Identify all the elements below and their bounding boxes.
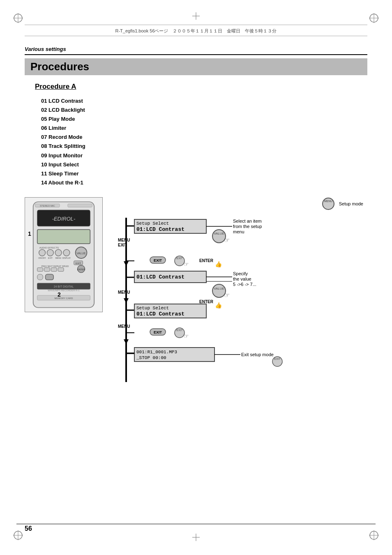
svg-text:VALUE: VALUE — [76, 252, 86, 255]
svg-rect-19 — [68, 204, 92, 207]
list-item: 05 Play Mode — [41, 115, 367, 124]
svg-text:Specify: Specify — [233, 271, 248, 276]
svg-text:👍: 👍 — [215, 261, 222, 268]
svg-marker-109 — [124, 298, 129, 303]
svg-text:24 BIT DIGITAL: 24 BIT DIGITAL — [54, 285, 74, 288]
svg-rect-38 — [44, 268, 50, 272]
svg-text:Exit setup mode: Exit setup mode — [241, 352, 274, 357]
svg-text:EXIT: EXIT — [48, 257, 53, 259]
svg-text:VALUE: VALUE — [214, 287, 224, 290]
svg-text:AUDIO EFFECTS: AUDIO EFFECTS — [39, 246, 59, 249]
main-title-container: Procedures — [25, 58, 367, 75]
header-text: R-T_egfis1.book 56ページ ２００５年１１月１１日 金曜日 午後… — [115, 28, 277, 33]
svg-text:ENTER: ENTER — [199, 299, 214, 304]
svg-text:5 ->6 -> 7...: 5 ->6 -> 7... — [233, 282, 256, 287]
subtitle: Procedure A — [35, 83, 76, 90]
step-number-2: 2 — [58, 291, 105, 298]
svg-text:VALUE: VALUE — [214, 232, 224, 235]
svg-point-24 — [39, 249, 46, 256]
svg-text:ON/OFF: ON/OFF — [38, 257, 46, 259]
corner-mark-tr — [368, 12, 380, 25]
svg-text:MENU: MENU — [118, 324, 130, 329]
corner-mark-br — [368, 530, 380, 543]
section-label: Various settings — [25, 46, 66, 52]
svg-rect-37 — [37, 268, 43, 272]
svg-text:01:LCD Contrast: 01:LCD Contrast — [136, 274, 184, 280]
svg-text:DISPLAY: DISPLAY — [62, 257, 71, 259]
svg-text:👍: 👍 — [215, 302, 222, 309]
svg-text:EXIT: EXIT — [176, 329, 183, 332]
page-container: R-T_egfis1.book 56ページ ２００５年１１月１１日 金曜日 午後… — [0, 0, 392, 555]
device-illustration: STEREO MIC -EDIROL- AUDIO EFFECTS VALUE … — [25, 197, 105, 298]
svg-text:☞: ☞ — [184, 333, 189, 339]
menu-list: 01 LCD Contrast 02 LCD Backlight 05 Play… — [41, 97, 367, 187]
flow-svg: Setup Select 01:LCD Contrast MENU EXIT S… — [117, 214, 306, 407]
flow-diagram: MENU Setup mode Setup Select 01:LCD Cont… — [117, 197, 367, 408]
svg-text:STEREO MIC: STEREO MIC — [40, 205, 55, 207]
list-item: 09 Input Monitor — [41, 151, 367, 160]
svg-point-26 — [55, 249, 62, 256]
svg-text:MENU: MENU — [118, 238, 130, 242]
list-item: 06 Limiter — [41, 124, 367, 133]
corner-mark-tl — [12, 12, 24, 25]
list-item: 07 Record Mode — [41, 133, 367, 142]
corner-mark-bl — [12, 530, 24, 543]
svg-text:☞: ☞ — [224, 237, 230, 244]
svg-text:_STOP        00:00: _STOP 00:00 — [136, 355, 166, 360]
list-item: 14 About the R-1 — [41, 178, 367, 187]
setup-mode-row: MENU Setup mode — [117, 197, 367, 210]
svg-text:from the setup: from the setup — [233, 224, 262, 229]
cross-mark-tc — [192, 12, 200, 21]
svg-text:☞: ☞ — [224, 292, 230, 299]
svg-text:PREV NEXT REPEAT SPEED: PREV NEXT REPEAT SPEED — [42, 265, 69, 267]
bottom-line — [16, 524, 376, 524]
svg-text:EXIT: EXIT — [274, 357, 281, 360]
svg-text:Setup Select: Setup Select — [136, 221, 169, 226]
svg-text:ENTER: ENTER — [199, 258, 214, 263]
setup-mode-label: Setup mode — [339, 201, 363, 206]
svg-text:-EDIROL-: -EDIROL- — [52, 216, 75, 222]
svg-text:Select an item: Select an item — [233, 219, 262, 223]
svg-rect-40 — [58, 268, 64, 272]
section-label-container: Various settings — [25, 45, 367, 55]
svg-text:ENTER: ENTER — [77, 268, 85, 271]
svg-text:MENU: MENU — [118, 290, 130, 295]
page-number: 56 — [25, 525, 32, 532]
subtitle-container: Procedure A — [35, 83, 367, 91]
svg-marker-110 — [124, 339, 129, 344]
svg-marker-108 — [124, 261, 129, 266]
svg-rect-43 — [37, 274, 43, 280]
svg-point-27 — [63, 249, 70, 256]
svg-text:Setup Select: Setup Select — [136, 306, 169, 311]
svg-text:MENU: MENU — [55, 257, 62, 259]
svg-text:EXIT: EXIT — [154, 258, 162, 263]
list-item: 08 Track Splitting — [41, 142, 367, 151]
svg-text:001:R1_0001.MP3: 001:R1_0001.MP3 — [136, 350, 177, 355]
list-item: 01 LCD Contrast — [41, 97, 367, 106]
step-number-1: 1 — [28, 230, 105, 237]
svg-rect-39 — [51, 268, 57, 272]
svg-text:01:LCD Contrast: 01:LCD Contrast — [136, 226, 184, 233]
svg-text:EXIT: EXIT — [154, 330, 162, 334]
svg-text:EXIT: EXIT — [76, 262, 81, 265]
svg-text:EXIT: EXIT — [176, 257, 183, 260]
list-item: 11 Sleep Timer — [41, 169, 367, 178]
svg-text:☞: ☞ — [184, 261, 189, 267]
list-item: 10 Input Select — [41, 160, 367, 169]
svg-text:the value: the value — [233, 276, 251, 281]
svg-text:MENU: MENU — [324, 200, 332, 203]
svg-text:01:LCD Contrast: 01:LCD Contrast — [136, 311, 184, 317]
list-item: 02 LCD Backlight — [41, 106, 367, 115]
svg-point-25 — [47, 249, 53, 256]
main-title: Procedures — [30, 60, 89, 73]
header-bar: R-T_egfis1.book 56ページ ２００５年１１月１１日 金曜日 午後… — [25, 25, 367, 36]
svg-text:EXIT: EXIT — [118, 243, 127, 247]
svg-rect-44 — [45, 274, 53, 280]
diagram-area: STEREO MIC -EDIROL- AUDIO EFFECTS VALUE … — [25, 197, 367, 408]
cross-mark-bc — [192, 534, 200, 543]
svg-text:menu: menu — [233, 229, 244, 234]
